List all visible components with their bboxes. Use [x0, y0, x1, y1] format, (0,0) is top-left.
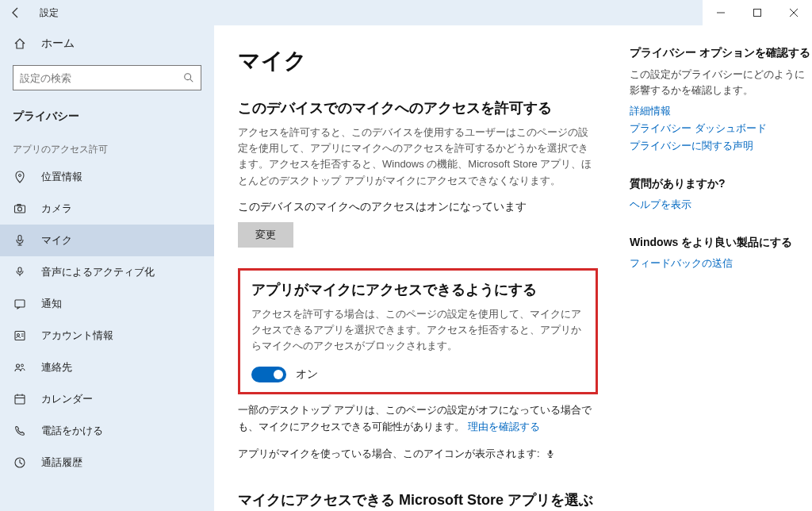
home-icon — [13, 37, 27, 50]
svg-point-18 — [17, 364, 20, 367]
sidebar-home-label: ホーム — [41, 36, 75, 51]
sidebar-item-label: カレンダー — [41, 392, 93, 406]
aside: プライバシー オプションを確認する この設定がプライバシーにどのように影響するか… — [630, 46, 812, 511]
window-titlebar: 設定 — [0, 0, 812, 25]
calendar-icon — [13, 393, 27, 405]
reason-link[interactable]: 理由を確認する — [468, 421, 540, 432]
section-app-access-text: アクセスを許可する場合は、このページの設定を使用して、マイクにアクセスできるアプ… — [251, 306, 584, 354]
microphone-icon — [13, 234, 27, 247]
sidebar-item-voice-activation[interactable]: 音声によるアクティブ化 — [0, 256, 214, 288]
sidebar-item-label: マイク — [41, 233, 72, 248]
microphone-indicator-icon — [546, 448, 555, 459]
toggle-state-label: オン — [296, 367, 318, 382]
aside-help-heading: 質問がありますか? — [630, 177, 812, 191]
close-button[interactable] — [776, 0, 812, 25]
notification-icon — [13, 298, 27, 310]
aside-privacy-heading: プライバシー オプションを確認する — [630, 46, 812, 60]
location-icon — [13, 171, 27, 183]
maximize-button[interactable] — [739, 0, 776, 25]
sidebar-item-label: 音声によるアクティブ化 — [41, 265, 155, 279]
section-app-access-heading: アプリがマイクにアクセスできるようにする — [251, 280, 584, 300]
svg-rect-8 — [18, 236, 21, 241]
sidebar-home[interactable]: ホーム — [0, 30, 214, 57]
voice-icon — [13, 266, 27, 279]
aside-link-help[interactable]: ヘルプを表示 — [630, 198, 812, 212]
highlight-box: アプリがマイクにアクセスできるようにする アクセスを許可する場合は、このページの… — [238, 268, 598, 395]
aside-link-dashboard[interactable]: プライバシー ダッシュボード — [630, 121, 812, 136]
call-history-icon — [13, 456, 27, 469]
search-icon — [183, 72, 194, 83]
page-title: マイク — [238, 46, 598, 76]
sidebar-item-label: 位置情報 — [41, 170, 82, 184]
sidebar-item-contacts[interactable]: 連絡先 — [0, 352, 214, 383]
section-device-access-heading: このデバイスでのマイクへのアクセスを許可する — [238, 98, 598, 118]
svg-point-19 — [21, 364, 24, 367]
sidebar: ホーム プライバシー アプリのアクセス許可 位置情報 カメラ マイク 音声による… — [0, 25, 214, 511]
content-area: マイク このデバイスでのマイクへのアクセスを許可する アクセスを許可すると、この… — [214, 25, 812, 511]
sidebar-group-label: アプリのアクセス許可 — [0, 135, 214, 161]
mic-indicator-text: アプリがマイクを使っている場合、このアイコンが表示されます: — [238, 446, 598, 462]
sidebar-item-label: 連絡先 — [41, 360, 72, 375]
sidebar-item-label: アカウント情報 — [41, 328, 113, 343]
sidebar-item-location[interactable]: 位置情報 — [0, 161, 214, 193]
sidebar-item-account-info[interactable]: アカウント情報 — [0, 320, 214, 352]
sidebar-item-label: 通話履歴 — [41, 455, 82, 470]
svg-rect-25 — [550, 450, 552, 454]
svg-rect-5 — [15, 206, 25, 213]
svg-point-15 — [17, 334, 20, 336]
aside-privacy-text: この設定がプライバシーにどのように影響するかを確認します。 — [630, 67, 812, 98]
window-title: 設定 — [40, 6, 59, 20]
aside-feedback-heading: Windows をより良い製品にする — [630, 236, 812, 250]
sidebar-item-microphone[interactable]: マイク — [0, 225, 214, 256]
account-icon — [13, 329, 27, 342]
desktop-apps-note: 一部のデスクトップ アプリは、このページの設定がオフになっている場合でも、マイク… — [238, 402, 598, 434]
svg-rect-7 — [17, 205, 21, 206]
sidebar-item-camera[interactable]: カメラ — [0, 193, 214, 225]
svg-point-2 — [185, 74, 191, 80]
device-access-status: このデバイスのマイクへのアクセスはオンになっています — [238, 200, 598, 214]
svg-rect-1 — [754, 10, 761, 17]
sidebar-item-phone-calls[interactable]: 電話をかける — [0, 415, 214, 447]
section-device-access-text: アクセスを許可すると、このデバイスを使用するユーザーはこのページの設定を使用して… — [238, 125, 598, 189]
sidebar-category: プライバシー — [0, 102, 214, 135]
aside-link-statement[interactable]: プライバシーに関する声明 — [630, 139, 812, 153]
back-button[interactable] — [8, 5, 24, 21]
sidebar-item-notifications[interactable]: 通知 — [0, 288, 214, 320]
sidebar-item-calendar[interactable]: カレンダー — [0, 383, 214, 415]
svg-rect-13 — [15, 300, 25, 307]
change-button[interactable]: 変更 — [238, 222, 293, 248]
sidebar-item-label: カメラ — [41, 202, 72, 216]
svg-point-4 — [19, 175, 21, 177]
section-store-apps-heading: マイクにアクセスできる Microsoft Store アプリを選ぶ — [238, 490, 598, 510]
aside-link-feedback[interactable]: フィードバックの送信 — [630, 256, 812, 271]
search-box[interactable] — [13, 65, 201, 90]
phone-icon — [13, 425, 27, 437]
svg-line-3 — [190, 79, 193, 83]
minimize-button[interactable] — [703, 0, 739, 25]
sidebar-item-call-history[interactable]: 通話履歴 — [0, 447, 214, 478]
svg-rect-11 — [18, 267, 21, 272]
sidebar-item-label: 通知 — [41, 297, 62, 311]
camera-icon — [13, 202, 27, 215]
app-access-toggle[interactable] — [251, 367, 286, 382]
svg-point-6 — [18, 207, 22, 211]
contacts-icon — [13, 361, 27, 374]
search-input[interactable] — [20, 72, 183, 84]
sidebar-item-label: 電話をかける — [41, 424, 103, 438]
aside-link-details[interactable]: 詳細情報 — [630, 104, 812, 118]
svg-rect-20 — [15, 395, 25, 404]
